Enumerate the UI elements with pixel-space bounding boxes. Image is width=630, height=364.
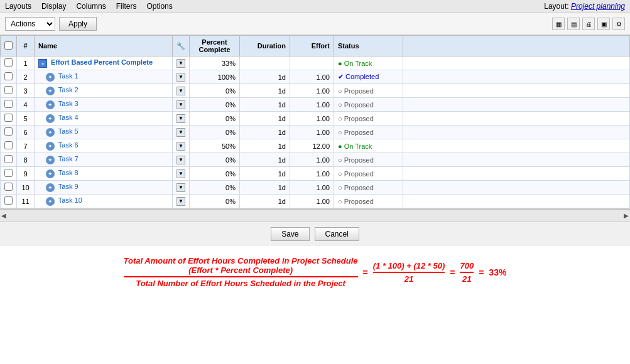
val-denominator: 21 bbox=[462, 273, 471, 284]
row-dropdown-cell: ▼ bbox=[173, 84, 190, 98]
grid1-icon[interactable]: ▦ bbox=[552, 18, 565, 30]
row-check-4[interactable] bbox=[4, 100, 13, 108]
row-check-1[interactable] bbox=[4, 58, 13, 67]
row-dropdown-btn[interactable]: ▼ bbox=[177, 156, 185, 164]
grid2-icon[interactable]: ▤ bbox=[567, 18, 580, 30]
task-name-link[interactable]: Task 6 bbox=[58, 141, 79, 149]
menu-options[interactable]: Options bbox=[146, 2, 172, 11]
row-name-cell: ✦ Task 3 bbox=[35, 98, 173, 112]
row-extra bbox=[403, 56, 630, 70]
task-name-link[interactable]: Task 7 bbox=[58, 155, 79, 163]
table-row: 7 ✦ Task 6 ▼ 50% 1d 12.00 ● On Track bbox=[1, 139, 630, 153]
row-pct: 0% bbox=[190, 98, 240, 112]
row-pct: 0% bbox=[190, 153, 240, 167]
row-checkbox bbox=[1, 181, 17, 195]
main-fraction: Total Amount of Effort Hours Completed i… bbox=[124, 256, 358, 288]
row-extra bbox=[403, 126, 630, 139]
toolbar: Actions Apply ▦ ▤ 🖨 ▣ ⚙ bbox=[0, 13, 630, 35]
toolbar-right: ▦ ▤ 🖨 ▣ ⚙ bbox=[552, 18, 625, 30]
row-check-10[interactable] bbox=[4, 183, 13, 191]
row-check-8[interactable] bbox=[4, 155, 13, 163]
task-icon: ✦ bbox=[46, 197, 55, 206]
row-dropdown-btn[interactable]: ▼ bbox=[177, 197, 185, 206]
print-icon[interactable]: 🖨 bbox=[582, 18, 595, 30]
menu-display[interactable]: Display bbox=[41, 2, 66, 11]
row-check-7[interactable] bbox=[4, 141, 13, 149]
task-icon: ✦ bbox=[46, 87, 55, 95]
menu-columns[interactable]: Columns bbox=[76, 2, 106, 11]
main-table: # Name 🔧 Percent Complete Duration Effor… bbox=[0, 35, 630, 208]
bottom-bar: Save Cancel bbox=[0, 222, 630, 246]
row-dropdown-btn[interactable]: ▼ bbox=[177, 169, 185, 178]
row-dropdown-btn[interactable]: ▼ bbox=[177, 114, 185, 123]
status-badge: ○ Proposed bbox=[338, 170, 374, 178]
row-pct: 0% bbox=[190, 195, 240, 208]
task-name-link[interactable]: Task 10 bbox=[58, 196, 82, 204]
col-checkbox bbox=[1, 36, 17, 56]
save-button[interactable]: Save bbox=[271, 227, 309, 241]
row-dropdown-cell: ▼ bbox=[173, 112, 190, 126]
status-badge: ● On Track bbox=[338, 60, 372, 67]
task-name-link[interactable]: Task 3 bbox=[58, 100, 79, 107]
row-name-cell: ✦ Task 4 bbox=[35, 112, 173, 126]
row-check-6[interactable] bbox=[4, 127, 13, 136]
menu-filters[interactable]: Filters bbox=[116, 2, 137, 11]
table-row: 6 ✦ Task 5 ▼ 0% 1d 1.00 ○ Proposed bbox=[1, 126, 630, 139]
col-name: Name bbox=[35, 36, 173, 56]
row-name-cell: ≡ Effort Based Percent Complete bbox=[35, 56, 173, 70]
row-duration: 1d bbox=[240, 112, 290, 126]
task-name-link[interactable]: Task 5 bbox=[58, 127, 79, 135]
table-row: 3 ✦ Task 2 ▼ 0% 1d 1.00 ○ Proposed bbox=[1, 84, 630, 98]
row-dropdown-btn[interactable]: ▼ bbox=[177, 142, 185, 151]
row-check-5[interactable] bbox=[4, 114, 13, 122]
row-status: ○ Proposed bbox=[334, 167, 403, 181]
task-name-link[interactable]: Task 2 bbox=[58, 86, 79, 94]
actions-select[interactable]: Actions bbox=[5, 17, 55, 31]
table-row: 2 ✦ Task 1 ▼ 100% 1d 1.00 ✔ Completed bbox=[1, 70, 630, 84]
row-check-2[interactable] bbox=[4, 72, 13, 80]
task-name-link[interactable]: Effort Based Percent Complete bbox=[51, 58, 153, 66]
row-dropdown-btn[interactable]: ▼ bbox=[177, 73, 185, 82]
row-dropdown-btn[interactable]: ▼ bbox=[177, 59, 185, 68]
scroll-left-btn[interactable]: ◀ bbox=[1, 212, 6, 219]
row-dropdown-btn[interactable]: ▼ bbox=[177, 183, 185, 192]
cancel-button[interactable]: Cancel bbox=[315, 227, 359, 241]
row-check-11[interactable] bbox=[4, 196, 13, 205]
row-effort: 1.00 bbox=[290, 181, 334, 195]
task-name-link[interactable]: Task 8 bbox=[58, 169, 79, 176]
summary-icon: ≡ bbox=[38, 59, 47, 68]
row-dropdown-cell: ▼ bbox=[173, 195, 190, 208]
task-name-link[interactable]: Task 1 bbox=[58, 72, 79, 80]
row-dropdown-btn[interactable]: ▼ bbox=[177, 87, 185, 95]
row-check-9[interactable] bbox=[4, 169, 13, 177]
row-dropdown-btn[interactable]: ▼ bbox=[177, 100, 185, 109]
row-status: ○ Proposed bbox=[334, 112, 403, 126]
row-dropdown-btn[interactable]: ▼ bbox=[177, 128, 185, 137]
menu-items: Layouts Display Columns Filters Options bbox=[5, 2, 173, 11]
row-duration: 1d bbox=[240, 126, 290, 139]
row-name-cell: ✦ Task 5 bbox=[35, 126, 173, 139]
row-status: ○ Proposed bbox=[334, 84, 403, 98]
scroll-right-btn[interactable]: ▶ bbox=[624, 212, 629, 219]
table-row: 10 ✦ Task 9 ▼ 0% 1d 1.00 ○ Proposed bbox=[1, 181, 630, 195]
task-icon: ✦ bbox=[46, 169, 55, 178]
col-effort: Effort bbox=[290, 36, 334, 56]
grid3-icon[interactable]: ▣ bbox=[597, 18, 610, 30]
formula-eq2: = bbox=[450, 267, 455, 277]
row-status: ○ Proposed bbox=[334, 153, 403, 167]
settings-icon[interactable]: ⚙ bbox=[612, 18, 625, 30]
task-name-link[interactable]: Task 9 bbox=[58, 183, 79, 190]
row-name-cell: ✦ Task 9 bbox=[35, 181, 173, 195]
task-name-link[interactable]: Task 4 bbox=[58, 114, 79, 121]
row-checkbox bbox=[1, 98, 17, 112]
apply-button[interactable]: Apply bbox=[59, 17, 97, 31]
menu-layouts[interactable]: Layouts bbox=[5, 2, 31, 11]
row-effort: 1.00 bbox=[290, 167, 334, 181]
layout-value[interactable]: Project planning bbox=[571, 2, 625, 11]
row-pct: 33% bbox=[190, 56, 240, 70]
select-all-checkbox[interactable] bbox=[4, 41, 13, 50]
formula-eq3: = bbox=[479, 267, 484, 277]
row-check-3[interactable] bbox=[4, 86, 13, 94]
row-effort: 1.00 bbox=[290, 98, 334, 112]
row-checkbox bbox=[1, 112, 17, 126]
